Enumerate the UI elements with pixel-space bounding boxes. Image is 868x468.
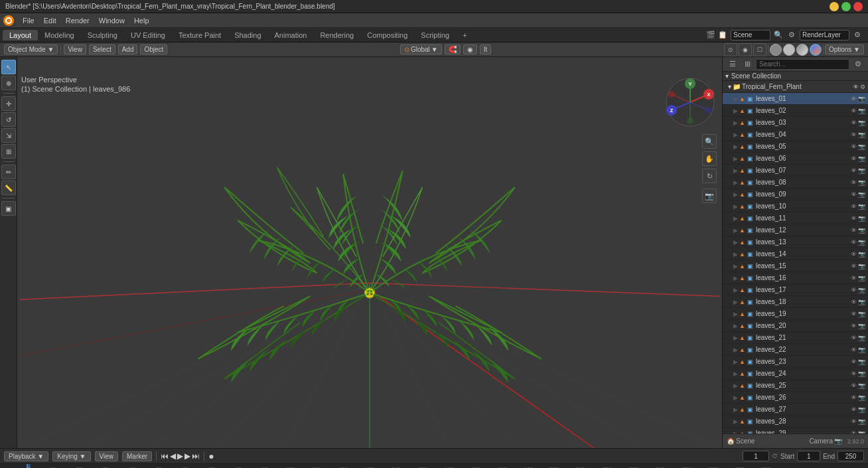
view-layer-icon[interactable]: 📋 (717, 30, 728, 40)
cursor-tool[interactable]: ⊕ (1, 76, 16, 90)
blender-logo[interactable] (3, 15, 15, 27)
eye-toggle[interactable]: 👁 (851, 108, 857, 114)
camera-toggle[interactable]: 📷 (858, 155, 865, 162)
camera-toggle[interactable]: 📷 (858, 131, 865, 138)
overlay-icon[interactable]: ◉ (739, 43, 752, 56)
camera-toggle[interactable]: 📷 (858, 227, 865, 234)
options-dropdown[interactable]: Options ▼ (825, 44, 864, 54)
vis-filter-icon[interactable]: ⚙ (860, 84, 865, 90)
outliner-item-leaves_10[interactable]: ▶ ▲ ▣ leaves_10 👁 📷 (723, 200, 868, 212)
snap-toggle[interactable]: 🧲 (445, 44, 461, 54)
close-button[interactable] (853, 2, 863, 11)
rotate-view-icon[interactable]: ↻ (702, 169, 717, 183)
tab-add[interactable]: + (456, 30, 473, 40)
outliner-item-leaves_16[interactable]: ▶ ▲ ▣ leaves_16 👁 📷 (723, 272, 868, 284)
outliner-item-leaves_27[interactable]: ▶ ▲ ▣ leaves_27 👁 📷 (723, 404, 868, 416)
camera-toggle[interactable]: 📷 (858, 406, 865, 413)
solid-shading[interactable] (783, 44, 795, 56)
outliner-item-leaves_17[interactable]: ▶ ▲ ▣ leaves_17 👁 📷 (723, 284, 868, 296)
tab-sculpting[interactable]: Sculpting (81, 30, 124, 40)
render-layer-settings-icon[interactable]: ⚙ (852, 30, 863, 40)
eye-toggle[interactable]: 👁 (851, 191, 857, 198)
outliner-item-leaves_08[interactable]: ▶ ▲ ▣ leaves_08 👁 📷 (723, 177, 868, 189)
camera-toggle[interactable]: 📷 (858, 275, 865, 281)
start-frame-input[interactable] (797, 451, 820, 461)
select-menu[interactable]: Select (89, 44, 115, 54)
add-cube-tool[interactable]: ▣ (1, 201, 16, 216)
eye-toggle[interactable]: 👁 (851, 287, 857, 293)
jump-start-btn[interactable]: ⏮ (161, 451, 169, 461)
eye-toggle[interactable]: 👁 (851, 96, 857, 102)
collection-tropical-fern[interactable]: ▾ 📁 Tropical_Fern_Plant 👁 ⚙ (723, 81, 868, 93)
maximize-button[interactable] (841, 2, 851, 11)
outliner-item-leaves_11[interactable]: ▶ ▲ ▣ leaves_11 👁 📷 (723, 212, 868, 224)
measure-tool[interactable]: 📏 (1, 181, 16, 195)
tab-rendering[interactable]: Rendering (313, 30, 360, 40)
scene-search-icon[interactable]: 🔍 (773, 30, 784, 40)
proportional-toggle[interactable]: ◉ (463, 44, 477, 54)
eye-toggle[interactable]: 👁 (851, 203, 857, 210)
tab-animation[interactable]: Animation (268, 30, 314, 40)
timeline-view-menu[interactable]: View (95, 451, 119, 461)
jump-end-btn[interactable]: ⏭ (192, 451, 200, 461)
camera-toggle[interactable]: 📷 (858, 119, 865, 126)
eye-toggle[interactable]: 👁 (851, 131, 857, 138)
eye-toggle[interactable]: 👁 (851, 155, 857, 162)
eye-toggle[interactable]: 👁 (851, 311, 857, 317)
eye-toggle[interactable]: 👁 (851, 370, 857, 377)
properties-camera-icon[interactable]: 📷 (834, 437, 842, 445)
eye-toggle[interactable]: 👁 (851, 227, 857, 234)
camera-toggle[interactable]: 📷 (858, 394, 865, 401)
properties-scene-icon[interactable]: 🏠 (727, 437, 735, 445)
vis-eye-icon[interactable]: 👁 (853, 84, 859, 90)
tab-compositing[interactable]: Compositing (360, 30, 414, 40)
loop-icon[interactable]: ● (208, 451, 214, 461)
navigation-gizmo[interactable]: X Y Z (664, 76, 717, 129)
camera-toggle[interactable]: 📷 (858, 263, 865, 270)
tab-modeling[interactable]: Modeling (38, 30, 81, 40)
eye-toggle[interactable]: 👁 (851, 382, 857, 389)
eye-toggle[interactable]: 👁 (851, 239, 857, 246)
object-mode-dropdown[interactable]: Object Mode ▼ (4, 44, 58, 54)
pivot-dropdown[interactable]: ⊙ Global ▼ (400, 44, 442, 54)
eye-toggle[interactable]: 👁 (851, 275, 857, 281)
material-shading[interactable] (796, 44, 808, 56)
outliner-item-leaves_03[interactable]: ▶ ▲ ▣ leaves_03 👁 📷 (723, 117, 868, 129)
xray-icon[interactable]: ☐ (753, 43, 766, 56)
menu-file[interactable]: File (19, 15, 38, 26)
minimize-button[interactable] (830, 2, 839, 11)
render-icon[interactable]: 🎬 (705, 30, 716, 40)
outliner-item-leaves_23[interactable]: ▶ ▲ ▣ leaves_23 👁 📷 (723, 356, 868, 368)
camera-toggle[interactable]: 📷 (858, 370, 865, 377)
camera-toggle[interactable]: 📷 (858, 335, 865, 341)
eye-toggle[interactable]: 👁 (851, 299, 857, 305)
eye-toggle[interactable]: 👁 (851, 358, 857, 365)
outliner-item-leaves_01[interactable]: ▶ ▲ ▣ leaves_01 👁 📷 (723, 93, 868, 105)
menu-edit[interactable]: Edit (40, 15, 60, 26)
annotate-tool[interactable]: ✏ (1, 165, 16, 179)
eye-toggle[interactable]: 👁 (851, 167, 857, 174)
outliner-item-leaves_02[interactable]: ▶ ▲ ▣ leaves_02 👁 📷 (723, 105, 868, 117)
outliner-item-leaves_18[interactable]: ▶ ▲ ▣ leaves_18 👁 📷 (723, 296, 868, 308)
camera-toggle[interactable]: 📷 (858, 287, 865, 293)
outliner-item-leaves_09[interactable]: ▶ ▲ ▣ leaves_09 👁 📷 (723, 189, 868, 200)
rotate-tool[interactable]: ↺ (1, 112, 16, 127)
outliner-item-leaves_12[interactable]: ▶ ▲ ▣ leaves_12 👁 📷 (723, 224, 868, 236)
camera-toggle[interactable]: 📷 (858, 347, 865, 353)
add-menu[interactable]: Add (118, 44, 138, 54)
eye-toggle[interactable]: 👁 (851, 406, 857, 413)
outliner-item-leaves_21[interactable]: ▶ ▲ ▣ leaves_21 👁 📷 (723, 332, 868, 344)
outliner-item-leaves_20[interactable]: ▶ ▲ ▣ leaves_20 👁 📷 (723, 320, 868, 332)
prev-frame-btn[interactable]: ◀ (170, 451, 176, 461)
keying-menu[interactable]: Keying ▼ (52, 451, 90, 461)
camera-toggle[interactable]: 📷 (858, 311, 865, 317)
object-menu[interactable]: Object (140, 44, 167, 54)
outliner-item-leaves_26[interactable]: ▶ ▲ ▣ leaves_26 👁 📷 (723, 392, 868, 404)
render-layer-input[interactable] (800, 30, 849, 40)
scene-input[interactable] (731, 30, 770, 40)
outliner-item-leaves_19[interactable]: ▶ ▲ ▣ leaves_19 👁 📷 (723, 308, 868, 320)
eye-toggle[interactable]: 👁 (851, 143, 857, 150)
outliner-item-leaves_25[interactable]: ▶ ▲ ▣ leaves_25 👁 📷 (723, 380, 868, 392)
timeline-ruler[interactable]: 1 10 20 30 40 50 60 70 80 90 100 110 120… (0, 464, 868, 468)
viewport[interactable]: User Perspective (1) Scene Collection | … (17, 57, 722, 448)
